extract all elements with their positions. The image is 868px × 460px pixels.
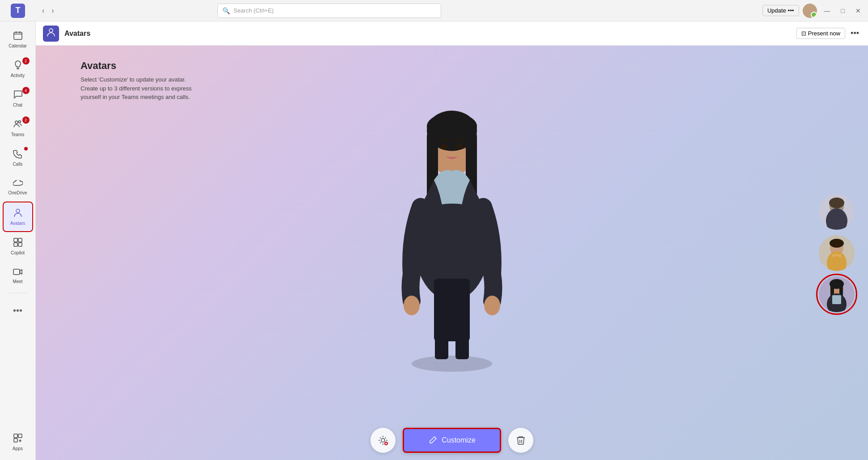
sidebar: Calendar 2 Activity 4 Chat <box>0 21 36 460</box>
svg-point-30 <box>404 296 420 315</box>
bottom-controls: Customize <box>370 428 533 453</box>
close-button[interactable]: ✕ <box>852 5 864 16</box>
svg-point-7 <box>18 121 21 123</box>
apps-section: Apps <box>4 428 32 456</box>
avatar-thumb-2[interactable] <box>819 235 855 271</box>
delete-button[interactable] <box>508 428 533 453</box>
calls-badge-dot <box>24 147 28 150</box>
main-content: Avatars Select 'Customize' to update you… <box>36 46 868 460</box>
customize-label: Customize <box>442 436 476 444</box>
title-bar-right: Update ••• — □ ✕ <box>762 4 864 18</box>
calendar-icon <box>13 30 23 43</box>
settings-button[interactable] <box>370 428 396 453</box>
sidebar-item-label: Meet <box>13 279 22 284</box>
app-icon-box <box>43 26 59 42</box>
search-bar[interactable]: 🔍 Search (Ctrl+E) <box>217 4 441 18</box>
app-more-button[interactable]: ••• <box>849 27 861 40</box>
sidebar-item-label: Avatars <box>10 221 26 226</box>
nav-arrows: ‹ › <box>39 5 57 17</box>
svg-point-29 <box>456 144 463 149</box>
page-title: Avatars <box>81 60 191 72</box>
chat-icon <box>13 90 23 102</box>
sidebar-divider <box>9 293 27 293</box>
avatar[interactable] <box>803 4 817 18</box>
sidebar-item-copilot[interactable]: Copilot <box>4 232 32 261</box>
sidebar-item-label: Copilot <box>11 250 25 255</box>
svg-point-37 <box>826 208 847 230</box>
more-icon: ••• <box>9 302 26 319</box>
onedrive-icon <box>13 179 23 189</box>
sidebar-item-apps[interactable]: Apps <box>4 428 32 456</box>
avatar-thumb-3[interactable] <box>819 276 855 312</box>
avatars-icon <box>13 208 23 220</box>
svg-rect-18 <box>14 439 17 442</box>
svg-point-50 <box>381 439 385 442</box>
teams-logo-area: T <box>0 4 36 18</box>
main-avatar-container <box>367 68 537 382</box>
sidebar-item-avatars[interactable]: Avatars <box>4 202 32 231</box>
svg-rect-12 <box>18 243 22 246</box>
sidebar-item-label: OneDrive <box>8 190 27 195</box>
svg-point-28 <box>441 144 448 149</box>
sidebar-item-label: Apps <box>13 446 23 451</box>
sidebar-item-activity[interactable]: 2 Activity <box>4 55 32 83</box>
svg-point-6 <box>15 121 18 124</box>
svg-rect-34 <box>455 332 469 359</box>
maximize-button[interactable]: □ <box>838 5 848 16</box>
title-bar: T ‹ › 🔍 Search (Ctrl+E) Update ••• — □ ✕ <box>0 0 868 21</box>
app-header-right: ⊡ Present now ••• <box>796 27 861 40</box>
search-icon: 🔍 <box>222 7 230 14</box>
sidebar-item-label: Calendar <box>9 43 27 48</box>
svg-point-8 <box>16 209 20 213</box>
avatar-thumb-1[interactable] <box>819 194 855 230</box>
activity-badge: 2 <box>22 57 30 64</box>
svg-point-31 <box>484 296 500 315</box>
svg-rect-0 <box>14 32 22 39</box>
teams-logo-icon: T <box>16 6 21 15</box>
page-description: Select 'Customize' to update your avatar… <box>81 75 191 102</box>
update-label: Update <box>767 7 786 14</box>
sidebar-item-teams[interactable]: 2 Teams <box>4 114 32 142</box>
svg-point-41 <box>832 254 835 257</box>
sidebar-item-label: Activity <box>11 73 25 78</box>
svg-point-36 <box>829 198 844 208</box>
sidebar-item-label: Calls <box>13 162 22 167</box>
sidebar-item-label: Chat <box>13 103 22 107</box>
svg-rect-9 <box>14 238 17 242</box>
sidebar-item-chat[interactable]: 4 Chat <box>4 84 32 113</box>
avatar-thumbnails <box>819 194 855 312</box>
back-button[interactable]: ‹ <box>39 5 47 17</box>
teams-badge: 2 <box>22 116 30 124</box>
svg-rect-14 <box>14 434 17 438</box>
copilot-icon <box>13 237 23 249</box>
sidebar-item-more[interactable]: ••• <box>4 296 32 325</box>
forward-button[interactable]: › <box>49 5 56 17</box>
svg-point-19 <box>49 29 53 32</box>
sidebar-item-calendar[interactable]: Calendar <box>4 25 32 54</box>
content-area: Avatars ⊡ Present now ••• Avatars Select… <box>36 21 868 460</box>
svg-rect-33 <box>435 332 448 359</box>
app-header-title: Avatars <box>64 30 90 38</box>
svg-point-42 <box>835 254 838 256</box>
svg-rect-49 <box>832 295 841 304</box>
teams-logo: T <box>11 4 25 18</box>
present-now-button[interactable]: ⊡ Present now <box>796 28 845 39</box>
sidebar-item-calls[interactable]: Calls <box>4 143 32 172</box>
minimize-button[interactable]: — <box>821 5 834 16</box>
update-button[interactable]: Update ••• <box>762 5 799 16</box>
sidebar-item-meet[interactable]: Meet <box>4 262 32 290</box>
sidebar-item-onedrive[interactable]: OneDrive <box>4 173 32 202</box>
customize-button[interactable]: Customize <box>403 428 501 453</box>
calls-icon <box>13 149 23 161</box>
page-desc-line1: Select 'Customize' to update your avatar… <box>81 75 191 84</box>
svg-point-20 <box>412 356 492 372</box>
svg-rect-11 <box>14 243 17 246</box>
svg-rect-13 <box>13 269 20 275</box>
chat-badge: 4 <box>22 87 30 94</box>
present-icon: ⊡ <box>801 30 806 37</box>
page-title-area: Avatars Select 'Customize' to update you… <box>81 60 191 102</box>
meet-icon <box>13 268 23 278</box>
main-avatar-svg <box>367 68 537 382</box>
apps-icon <box>13 433 23 445</box>
update-more-icon: ••• <box>788 7 794 14</box>
